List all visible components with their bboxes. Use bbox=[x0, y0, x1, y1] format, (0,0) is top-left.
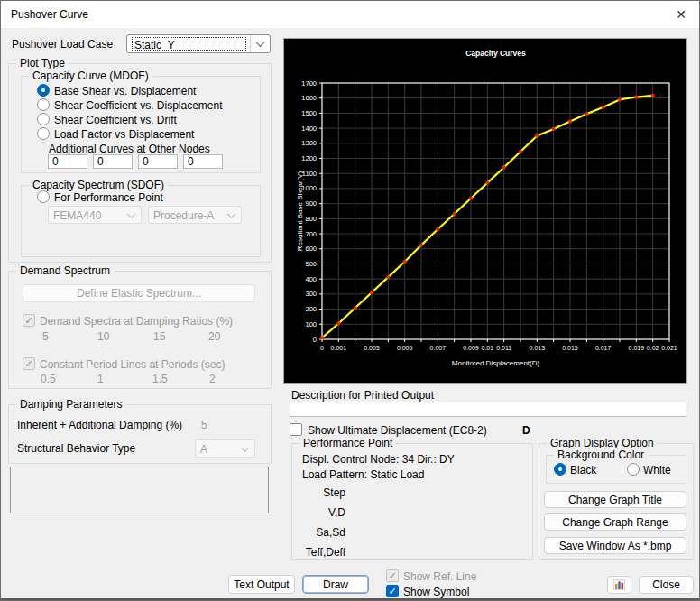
demand-spectrum-title: Demand Spectrum bbox=[16, 264, 114, 277]
svg-text:0.003: 0.003 bbox=[364, 345, 380, 351]
description-input[interactable] bbox=[290, 402, 686, 417]
radio-shear-coeff-disp-label[interactable]: Shear Coefficient vs. Displacement bbox=[54, 99, 223, 112]
radio-white-label[interactable]: White bbox=[643, 464, 671, 476]
save-window-bmp-button[interactable]: Save Window As *.bmp bbox=[544, 537, 686, 554]
node-input-3[interactable] bbox=[138, 154, 178, 169]
additional-curves-label: Additional Curves at Other Nodes bbox=[49, 143, 210, 155]
svg-text:100: 100 bbox=[305, 320, 317, 328]
svg-text:200: 200 bbox=[305, 305, 317, 313]
behavior-type-value: A bbox=[200, 442, 231, 455]
behavior-type-label: Structural Behavior Type bbox=[17, 442, 135, 455]
damping-value-2: 10 bbox=[97, 330, 109, 343]
svg-text:0.019: 0.019 bbox=[629, 345, 645, 351]
damping-parameters-title: Damping Parameters bbox=[16, 398, 125, 411]
svg-text:0.013: 0.013 bbox=[530, 345, 546, 351]
ultimate-d-label: D bbox=[522, 424, 530, 437]
draw-button[interactable]: Draw bbox=[302, 575, 369, 594]
radio-performance-point[interactable] bbox=[37, 190, 50, 203]
performance-point-title: Performance Point bbox=[299, 437, 396, 449]
radio-background-black[interactable] bbox=[554, 463, 566, 476]
svg-text:0.015: 0.015 bbox=[562, 345, 578, 351]
svg-text:400: 400 bbox=[305, 275, 317, 283]
svg-text:1200: 1200 bbox=[301, 154, 317, 162]
svg-text:0.009: 0.009 bbox=[463, 345, 479, 351]
chart-panel: 0100200300400500600700800900100011001200… bbox=[283, 38, 687, 384]
svg-text:900: 900 bbox=[305, 199, 317, 208]
svg-text:0: 0 bbox=[320, 345, 324, 351]
behavior-type-combo: A bbox=[195, 439, 255, 458]
chevron-down-icon bbox=[121, 207, 141, 223]
pushover-curve-dialog: Pushover Curve ✕ Pushover Load Case Stat… bbox=[0, 0, 700, 601]
fema-combo: FEMA440 bbox=[48, 206, 142, 224]
svg-text:1600: 1600 bbox=[301, 94, 317, 102]
svg-text:0.021: 0.021 bbox=[661, 345, 677, 351]
radio-base-shear[interactable] bbox=[37, 84, 50, 97]
show-symbol-label[interactable]: Show Symbol bbox=[403, 586, 469, 598]
constant-period-checkbox: ✓ bbox=[23, 357, 35, 370]
svg-text:0.011: 0.011 bbox=[496, 345, 511, 351]
ultimate-displacement-checkbox[interactable] bbox=[290, 423, 302, 436]
title-bar: Pushover Curve ✕ bbox=[1, 1, 699, 28]
svg-text:Monitored Displacement(D): Monitored Displacement(D) bbox=[452, 359, 540, 367]
radio-shear-coeff-drift[interactable] bbox=[37, 113, 50, 125]
background-color-title: Background Color bbox=[554, 448, 648, 461]
radio-background-white[interactable] bbox=[627, 463, 640, 476]
radio-load-factor-label[interactable]: Load Factor vs Displacement bbox=[54, 128, 194, 141]
close-button[interactable]: Close bbox=[639, 576, 694, 594]
demand-spectra-checkbox: ✓ bbox=[23, 314, 35, 327]
change-graph-range-button[interactable]: Change Graph Range bbox=[544, 513, 686, 531]
text-output-button[interactable]: Text Output bbox=[228, 575, 295, 594]
load-case-combo[interactable]: Static_Y bbox=[126, 34, 271, 53]
radio-shear-coeff-disp[interactable] bbox=[37, 98, 50, 111]
procedure-combo-value: Procedure-A bbox=[153, 208, 217, 221]
inherent-damping-label: Inherent + Additional Damping (%) bbox=[17, 419, 182, 431]
damping-value-1: 5 bbox=[42, 330, 49, 343]
capacity-spectrum-title: Capacity Spectrum (SDOF) bbox=[29, 179, 168, 191]
performance-line2: Load Pattern: Static Load bbox=[302, 468, 424, 481]
show-ref-line-checkbox: ✓ bbox=[386, 569, 399, 582]
svg-text:1400: 1400 bbox=[301, 125, 317, 133]
demand-spectra-label: Demand Spectra at Damping Ratios (%) bbox=[40, 315, 233, 328]
graph-display-title: Graph Display Option bbox=[547, 437, 658, 449]
performance-row-vd: V,D bbox=[291, 506, 345, 519]
damping-value-4: 20 bbox=[208, 330, 220, 343]
node-input-2[interactable] bbox=[93, 154, 133, 169]
radio-performance-point-label[interactable]: For Performance Point bbox=[54, 191, 163, 204]
window-title: Pushover Curve bbox=[11, 8, 88, 21]
radio-load-factor[interactable] bbox=[37, 127, 50, 140]
load-case-value: Static_Y bbox=[132, 37, 246, 51]
change-graph-title-button[interactable]: Change Graph Title bbox=[544, 491, 686, 508]
radio-shear-coeff-drift-label[interactable]: Shear Coefficient vs. Drift bbox=[54, 114, 177, 126]
damping-value-3: 15 bbox=[153, 330, 165, 343]
node-input-1[interactable] bbox=[48, 154, 88, 169]
show-ref-line-label: Show Ref. Line bbox=[403, 570, 476, 583]
load-case-label: Pushover Load Case bbox=[12, 38, 113, 51]
performance-line1: Displ. Control Node: 34 Dir.: DY bbox=[302, 453, 455, 466]
period-value-1: 0.5 bbox=[41, 373, 56, 385]
ultimate-displacement-label[interactable]: Show Ultimate Displacement (EC8-2) bbox=[308, 424, 487, 437]
svg-text:1100: 1100 bbox=[302, 170, 317, 178]
node-input-4[interactable] bbox=[183, 154, 223, 169]
svg-text:0.005: 0.005 bbox=[397, 345, 413, 351]
radio-black-label[interactable]: Black bbox=[570, 464, 596, 476]
period-value-4: 2 bbox=[209, 373, 216, 385]
window-bottom-edge bbox=[1, 598, 699, 600]
performance-row-sasd: Sa,Sd bbox=[291, 526, 345, 539]
capacity-curves-chart: 0100200300400500600700800900100011001200… bbox=[284, 39, 686, 383]
performance-row-teff: Teff,Deff bbox=[291, 546, 345, 559]
svg-text:500: 500 bbox=[305, 260, 317, 268]
close-icon[interactable]: ✕ bbox=[670, 5, 692, 24]
svg-text:300: 300 bbox=[305, 290, 317, 298]
svg-text:Resultant Base Shear(V): Resultant Base Shear(V) bbox=[296, 171, 304, 251]
svg-text:0.001: 0.001 bbox=[331, 345, 347, 351]
svg-text:1700: 1700 bbox=[301, 79, 317, 88]
chart-icon-button[interactable] bbox=[607, 576, 631, 594]
svg-text:0.007: 0.007 bbox=[430, 345, 447, 351]
radio-base-shear-label[interactable]: Base Shear vs. Displacement bbox=[54, 85, 196, 97]
svg-text:0.02: 0.02 bbox=[647, 345, 659, 351]
define-elastic-spectrum-button: Define Elastic Spectrum... bbox=[23, 284, 255, 302]
period-value-3: 1.5 bbox=[152, 373, 168, 385]
show-symbol-checkbox[interactable]: ✓ bbox=[386, 585, 399, 597]
svg-text:1500: 1500 bbox=[301, 109, 317, 117]
chevron-down-icon[interactable] bbox=[250, 35, 270, 52]
